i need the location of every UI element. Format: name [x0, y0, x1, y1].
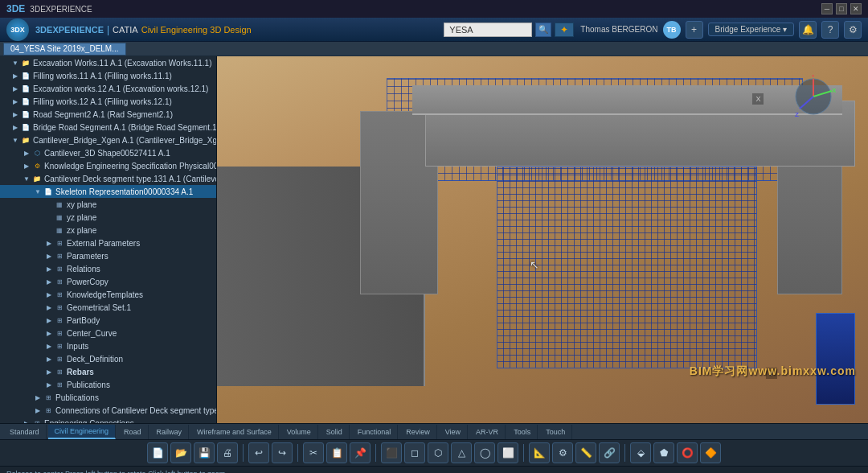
toolbar-btn-2[interactable]: 📂: [170, 442, 191, 463]
toolbar-btn-extrude[interactable]: ◻: [404, 442, 425, 463]
tree-item[interactable]: ▶ ⊞ Inputs: [0, 339, 216, 352]
titlebar-right: ─ □ ✕: [821, 3, 862, 14]
toolbar-btn-measure[interactable]: 📏: [575, 442, 596, 463]
user-name: Thomas BERGERON: [580, 25, 657, 34]
tab-touch[interactable]: Touch: [539, 425, 572, 439]
file-icon: 📄: [21, 71, 31, 80]
tab-wireframe[interactable]: Wireframe and Surface: [190, 425, 279, 439]
toolbar-btn-sketch[interactable]: ⬛: [381, 442, 402, 463]
expand-icon: ▶: [11, 84, 19, 93]
help-button[interactable]: ?: [821, 21, 839, 39]
tree-item[interactable]: ▶ 📄 Filling works.11 A.1 (Filling works.…: [0, 69, 216, 82]
toolbar-btn-rect[interactable]: ⬜: [497, 442, 518, 463]
catia-label: CATIA: [113, 25, 138, 35]
tab-volume[interactable]: Volume: [280, 425, 318, 439]
close-button[interactable]: ✕: [850, 3, 862, 14]
minimize-button[interactable]: ─: [821, 3, 833, 14]
tab-view[interactable]: View: [439, 425, 468, 439]
tree-item[interactable]: ▶ 📄 Road Segment2 A.1 (Rad Segment2.1): [0, 108, 216, 121]
tab-road[interactable]: Road: [117, 425, 149, 439]
publications-icon: ⊞: [43, 393, 53, 402]
tab-railway[interactable]: Railway: [150, 425, 190, 439]
expand-icon: ▼: [11, 136, 19, 144]
tree-item[interactable]: ▶ ⚙ Knowledge Engineering Specification …: [0, 159, 216, 172]
toolbar-btn-dimension[interactable]: 📐: [529, 442, 550, 463]
tree-item[interactable]: ▶ 📄 Filling works.12 A.1 (Filling works.…: [0, 95, 216, 108]
add-button[interactable]: +: [686, 21, 703, 39]
tree-item-label: Geometrical Set.1: [67, 303, 131, 312]
cursor-indicator: ↖: [530, 258, 539, 271]
brand-label: 3DEXPERIENCE: [35, 25, 104, 35]
tree-item[interactable]: ▶ ⊞ Geometrical Set.1: [0, 301, 216, 314]
toolbar-btn-cut[interactable]: ✂: [303, 442, 324, 463]
tree-item[interactable]: ▦ xy plane: [0, 198, 216, 211]
tree-item[interactable]: ▦ zx plane: [0, 224, 216, 236]
tree-item[interactable]: ▶ ⊞ Rebars: [0, 365, 216, 378]
tree-item-label: External Parameters: [67, 239, 140, 248]
toolbar-btn-3[interactable]: 💾: [194, 442, 215, 463]
toolbar-btn-bridge[interactable]: 🔶: [700, 442, 721, 463]
toolbar-btn-rebar[interactable]: ⬙: [630, 442, 651, 463]
user-avatar[interactable]: TB: [663, 21, 681, 39]
toolbar-btn-section[interactable]: ⬟: [653, 442, 674, 463]
tab-standard[interactable]: Standard: [3, 425, 47, 439]
toolbar-btn-redo[interactable]: ↪: [272, 442, 293, 463]
title-bar: 3DE 3DEXPERIENCE ─ □ ✕: [0, 0, 868, 18]
tree-item[interactable]: ▶ ⊞ KnowledgeTemplates: [0, 288, 216, 301]
shape-icon: ⬡: [32, 148, 42, 158]
toolbar-btn-constraint[interactable]: ⚙: [552, 442, 573, 463]
toolbar-btn-align[interactable]: ⭕: [677, 442, 698, 463]
expand-icon: ▶: [45, 252, 53, 260]
tab-arvr[interactable]: AR-VR: [469, 425, 506, 439]
tab-solid[interactable]: Solid: [320, 425, 350, 439]
tree-item[interactable]: ▶ ⊞ Parameters: [0, 249, 216, 262]
tree-item[interactable]: ▶ 📄 Bridge Road Segment A.1 (Bridge Road…: [0, 121, 216, 134]
compass-button[interactable]: ✦: [555, 23, 574, 37]
tab-tools[interactable]: Tools: [507, 425, 538, 439]
maximize-button[interactable]: □: [836, 3, 847, 14]
tree-item[interactable]: ▶ ⊞ Center_Curve: [0, 327, 216, 339]
tree-item[interactable]: ▶ ⊞ Publications: [0, 391, 216, 404]
toolbar-btn-line[interactable]: ⬡: [428, 442, 448, 463]
tree-item[interactable]: ▶ ⊞ PartBody: [0, 314, 216, 327]
file-icon: 📄: [21, 97, 31, 106]
publications-icon: ⊞: [55, 380, 64, 389]
search-button[interactable]: 🔍: [535, 23, 551, 37]
tab-review[interactable]: Review: [399, 425, 437, 439]
tree-item[interactable]: ▼ 📁 Excavation Works.11 A.1 (Excavation …: [0, 56, 216, 69]
tab-civil-engineering[interactable]: Civil Engineering: [48, 425, 117, 439]
tree-item-label: Publications: [67, 380, 110, 389]
tree-item[interactable]: ▶ ⊞ PowerCopy: [0, 275, 216, 288]
toolbar-btn-1[interactable]: 📄: [147, 442, 168, 463]
tree-item[interactable]: ▶ ⊞ Engineering Connections: [0, 417, 216, 423]
toolbar-btn-analysis[interactable]: 🔗: [599, 442, 620, 463]
3d-viewport[interactable]: Y X Z Y X ↖ BIM学习网www.bimxxw.com: [217, 56, 868, 423]
tree-item[interactable]: ▶ ⊞ Relations: [0, 262, 216, 275]
tree-item[interactable]: ▶ ⊞ Publications: [0, 378, 216, 391]
tree-item[interactable]: ▼ 📁 Cantilever_Bridge_Xgen A.1 (Cantilev…: [0, 134, 216, 146]
tree-item[interactable]: ▶ ⊞ External Parameters: [0, 236, 216, 249]
tree-item[interactable]: ▶ ⊞ Connections of Cantilever Deck segme…: [0, 404, 216, 417]
toolbar-btn-4[interactable]: 🖨: [217, 442, 238, 463]
file-tab[interactable]: 04_YESA Site 2019x_DELM...: [3, 43, 126, 56]
toolbar-btn-paste[interactable]: 📌: [350, 442, 371, 463]
experience-button[interactable]: Bridge Experience ▾: [708, 23, 795, 36]
settings-button[interactable]: ⚙: [844, 21, 862, 39]
axis-indicator: Y X Z: [792, 75, 836, 119]
toolbar-btn-arc[interactable]: △: [451, 442, 472, 463]
notification-button[interactable]: 🔔: [799, 21, 817, 39]
tree-item[interactable]: ▶ 📄 Excavation works.12 A.1 (Excavation …: [0, 82, 216, 95]
tree-item-selected[interactable]: ▼ 📄 Skeleton Representation00000334 A.1: [0, 185, 216, 198]
tab-functional[interactable]: Functional: [351, 425, 399, 439]
toolbar-btn-undo[interactable]: ↩: [248, 442, 269, 463]
toolbar-btn-copy[interactable]: 📋: [326, 442, 347, 463]
tree-item[interactable]: ▶ ⊞ Deck_Definition: [0, 352, 216, 365]
tree-item[interactable]: ▼ 📁 Cantilever Deck segment type.131 A.1…: [0, 172, 216, 185]
tree-item[interactable]: ▶ ⬡ Cantilever_3D Shape00527411 A.1: [0, 146, 216, 159]
file-icon: 📄: [21, 84, 31, 93]
search-input[interactable]: [444, 23, 532, 37]
tree-item[interactable]: ▦ yz plane: [0, 211, 216, 224]
expand-icon: ▶: [45, 380, 53, 389]
toolbar-btn-circle[interactable]: ◯: [474, 442, 495, 463]
tree-item-label: Deck_Definition: [67, 355, 123, 364]
